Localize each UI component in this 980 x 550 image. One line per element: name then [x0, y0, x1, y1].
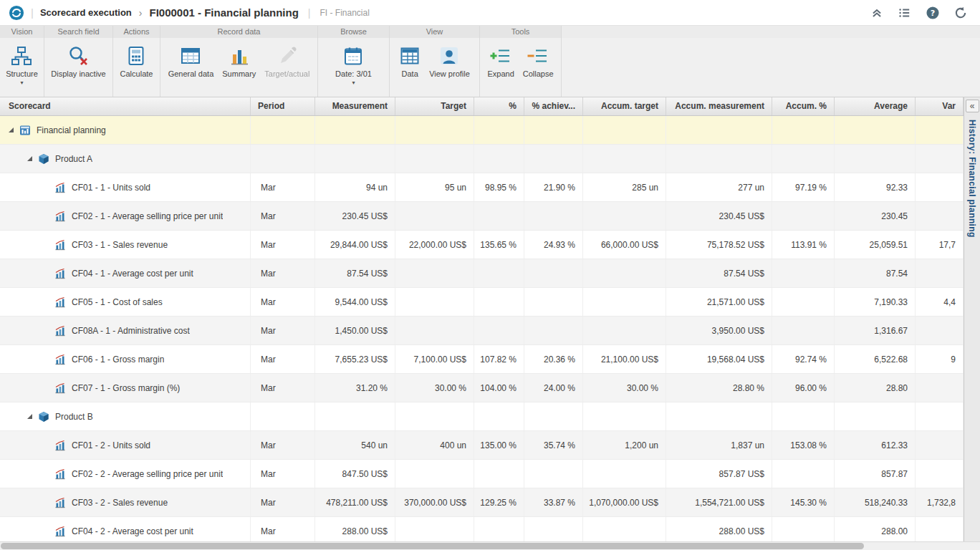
table-row[interactable]: Financial planning	[0, 116, 964, 145]
column-header-accum-pct[interactable]: Accum. %	[772, 97, 835, 115]
button-label: Date: 3/01	[335, 69, 372, 78]
column-header-scorecard[interactable]: Scorecard	[0, 97, 251, 115]
chart-icon	[54, 239, 66, 251]
table-row[interactable]: CF07 - 1 - Gross margin (%)Mar31.20 %30.…	[0, 374, 964, 402]
table-row[interactable]: CF06 - 1 - Gross marginMar7,655.23 US$7,…	[0, 345, 964, 374]
collapse-icon	[527, 45, 549, 67]
chart-icon	[54, 296, 66, 308]
cell-period: Mar	[251, 345, 315, 373]
row-label: CF01 - 1 - Units sold	[72, 183, 150, 193]
app-logo-icon[interactable]	[9, 5, 24, 21]
cell-scorecard: CF04 - 2 - Average cost per unit	[0, 517, 251, 541]
cell-accum-pct	[772, 517, 835, 541]
expander-icon[interactable]	[27, 156, 32, 161]
collapse-panel-button[interactable]: «	[966, 100, 979, 112]
ribbon-group-search-field: Search fieldDisplay inactive	[44, 26, 113, 97]
data-button[interactable]: Data	[395, 43, 424, 80]
cell-var	[916, 173, 964, 201]
chart-icon	[54, 526, 66, 537]
row-label: CF03 - 1 - Sales revenue	[72, 240, 168, 250]
cell-target	[395, 259, 474, 287]
table-row[interactable]: CF05 - 1 - Cost of salesMar9,544.00 US$2…	[0, 288, 964, 317]
column-header-measurement[interactable]: Measurement	[315, 97, 395, 115]
collapse-button[interactable]: Collapse	[519, 43, 557, 80]
help-icon[interactable]: ?	[926, 6, 939, 19]
cell-measurement: 1,450.00 US$	[315, 317, 395, 344]
expand-button[interactable]: Expand	[484, 43, 517, 80]
cell-accum-target	[583, 259, 666, 287]
table-row[interactable]: CF02 - 1 - Average selling price per uni…	[0, 202, 964, 231]
button-label: Expand	[487, 69, 514, 78]
column-header-target[interactable]: Target	[395, 97, 474, 115]
table-row[interactable]: CF02 - 2 - Average selling price per uni…	[0, 460, 964, 488]
table-row[interactable]: Product A	[0, 145, 964, 173]
cell-accum-pct	[772, 116, 835, 144]
cell-pct-achieved: 21.90 %	[524, 173, 583, 201]
cell-scorecard: CF01 - 2 - Units sold	[0, 431, 251, 459]
expander-icon[interactable]	[9, 127, 14, 132]
breadcrumb-separator-icon: ›	[139, 7, 143, 19]
table-row[interactable]: CF03 - 2 - Sales revenueMar478,211.00 US…	[0, 488, 964, 517]
column-header-pct[interactable]: %	[474, 97, 524, 115]
summary-button[interactable]: Summary	[218, 43, 259, 80]
row-label: CF01 - 2 - Units sold	[72, 440, 150, 450]
cell-pct-achieved: 20.36 %	[524, 345, 583, 373]
history-panel-title: History: Financial planning	[967, 120, 977, 238]
scrollbar-thumb[interactable]	[1, 543, 864, 549]
cell-pct-achieved	[524, 317, 583, 344]
expander-icon[interactable]	[27, 414, 32, 419]
chart-icon	[54, 440, 66, 451]
cell-average: 518,240.33	[835, 488, 916, 516]
ribbon: VisionStructure▾Search fieldDisplay inac…	[0, 26, 980, 97]
collapse-ribbon-icon[interactable]	[870, 6, 883, 19]
cell-pct-achieved: 35.74 %	[524, 431, 583, 459]
cell-accum-pct	[772, 288, 835, 316]
date-button[interactable]: Date: 3/01▾	[332, 43, 375, 88]
chart-icon	[54, 382, 66, 394]
cell-average	[835, 402, 916, 430]
cell-measurement: 29,844.00 US$	[315, 231, 395, 259]
table-row[interactable]: CF08A - 1 - Administrative costMar1,450.…	[0, 317, 964, 345]
ribbon-group-label: View	[390, 26, 479, 38]
view-profile-button[interactable]: View profile	[426, 43, 474, 80]
structure-button[interactable]: Structure▾	[2, 43, 42, 88]
cell-accum-measurement: 277 un	[666, 173, 772, 201]
general-data-button[interactable]: General data	[165, 43, 218, 80]
grid-body: Financial planningProduct ACF01 - 1 - Un…	[0, 116, 964, 541]
table-row[interactable]: CF04 - 1 - Average cost per unitMar87.54…	[0, 259, 964, 288]
horizontal-scrollbar[interactable]	[0, 541, 980, 550]
cell-measurement: 87.54 US$	[315, 259, 395, 287]
ribbon-group-buttons: Calculate	[113, 38, 160, 97]
column-header-accum-measurement[interactable]: Accum. measurement	[666, 97, 772, 115]
cell-accum-target: 285 un	[583, 173, 666, 201]
table-row[interactable]: CF01 - 2 - Units soldMar540 un400 un135.…	[0, 431, 964, 460]
breadcrumb-root[interactable]: Scorecard execution	[40, 7, 132, 18]
target-actual-button: Target/actual	[261, 43, 313, 80]
topbar-actions: ?	[870, 6, 971, 19]
column-header-period[interactable]: Period	[251, 97, 315, 115]
column-header-var[interactable]: Var	[916, 97, 964, 115]
cell-accum-measurement: 1,837 un	[666, 431, 772, 459]
table-row[interactable]: CF01 - 1 - Units soldMar94 un95 un98.95 …	[0, 173, 964, 202]
row-label: Financial planning	[37, 125, 106, 135]
cell-var	[916, 374, 964, 402]
cell-average: 92.33	[835, 173, 916, 201]
chart-icon	[54, 354, 66, 365]
summary-icon	[229, 45, 250, 67]
column-header-accum-target[interactable]: Accum. target	[583, 97, 666, 115]
table-row[interactable]: Product B	[0, 402, 964, 431]
refresh-icon[interactable]	[954, 6, 967, 19]
table-row[interactable]: CF03 - 1 - Sales revenueMar29,844.00 US$…	[0, 231, 964, 259]
calculate-button[interactable]: Calculate	[117, 43, 157, 80]
table-row[interactable]: CF04 - 2 - Average cost per unitMar288.0…	[0, 517, 964, 541]
cell-var: 4,4	[916, 288, 964, 316]
cell-accum-measurement: 21,571.00 US$	[666, 288, 772, 316]
row-label: CF02 - 2 - Average selling price per uni…	[72, 469, 223, 479]
list-icon[interactable]	[898, 6, 911, 19]
column-header-pct-achieved[interactable]: % achiev...	[524, 97, 583, 115]
cell-measurement	[315, 145, 395, 173]
cell-accum-pct: 145.30 %	[772, 488, 835, 516]
display-inactive-button[interactable]: Display inactive	[47, 43, 109, 80]
ribbon-group-label	[562, 26, 980, 38]
column-header-average[interactable]: Average	[835, 97, 916, 115]
